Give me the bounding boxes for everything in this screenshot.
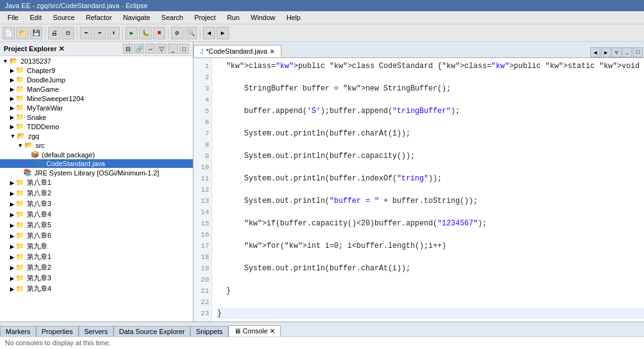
tb-btn-5[interactable]: ⬆: [107, 27, 120, 39]
tree-item-JRE-System-Library-[OSGi/Minimum-1.2][interactable]: ▶📚JRE System Library [OSGi/Minimum-1.2]: [0, 168, 193, 177]
tree-label: 第九章4: [27, 284, 51, 293]
tree-item-第八章3[interactable]: ▶📁第八章3: [0, 199, 193, 209]
run-button[interactable]: ▶: [125, 27, 138, 39]
code-line-20: [217, 274, 644, 285]
tree-item-第八章2[interactable]: ▶📁第八章2: [0, 188, 193, 199]
pe-sync-btn[interactable]: ↔: [145, 44, 155, 54]
bottom-panel: Markers Properties Servers Data Source E…: [0, 322, 644, 349]
tree-item-20135237[interactable]: ▼📂20135237: [0, 56, 193, 66]
tab-servers[interactable]: Servers: [79, 326, 114, 337]
tree-item-第九章3[interactable]: ▶📁第九章3: [0, 273, 193, 283]
pe-max-btn[interactable]: □: [179, 44, 189, 54]
line-num-6: 6: [198, 117, 209, 128]
tree-item-第八章5[interactable]: ▶📁第八章5: [0, 220, 193, 230]
debug-button[interactable]: 🐛: [139, 27, 152, 39]
tree-icon: 📁: [16, 263, 24, 272]
tree-item-第八章6[interactable]: ▶📁第八章6: [0, 230, 193, 241]
tree-item-第八章1[interactable]: ▶📁第八章1: [0, 177, 193, 188]
tb-btn-8[interactable]: ◀: [203, 27, 215, 39]
pe-link-btn[interactable]: 🔗: [134, 44, 144, 54]
code-line-3: StringBuffer buffer = "kw">new StringBuf…: [217, 83, 644, 94]
menu-help[interactable]: Help: [281, 12, 306, 22]
tree-item-(default-package)[interactable]: ▶📦(default package): [0, 150, 193, 159]
tree-icon: 📁: [16, 221, 24, 229]
tab-scroll-left[interactable]: ◀: [590, 47, 600, 57]
pe-min-btn[interactable]: _: [168, 44, 178, 54]
tree-item-MineSweeper1204[interactable]: ▶📁MineSweeper1204: [0, 94, 193, 103]
tb-sep-2: [77, 27, 77, 39]
tree-icon: 📁: [16, 76, 24, 84]
pe-menu-btn[interactable]: ▽: [157, 44, 167, 54]
pe-collapse-btn[interactable]: ⊟: [123, 44, 133, 54]
tree-item-第九章1[interactable]: ▶📁第九章1: [0, 252, 193, 262]
tree-icon: 📁: [16, 242, 24, 250]
editor-min[interactable]: _: [622, 47, 632, 57]
menu-refactor[interactable]: Refactor: [81, 12, 117, 22]
menu-window[interactable]: Window: [246, 12, 280, 22]
tb-btn-9[interactable]: ▶: [217, 27, 229, 39]
menu-source[interactable]: Source: [48, 12, 80, 22]
tree-item-CodeStandard.java[interactable]: ▶JCodeStandard.java: [0, 159, 193, 168]
tree-label: TDDDemo: [27, 123, 59, 130]
code-line-9: System.out.println(buffer.capacity());: [217, 150, 644, 162]
tb-btn-7[interactable]: 🔍: [185, 27, 197, 39]
tree-item-第八章4[interactable]: ▶📁第八章4: [0, 209, 193, 220]
tab-console[interactable]: 🖥 Console ✕: [228, 325, 281, 337]
open-button[interactable]: 📂: [16, 27, 29, 39]
tree-label: 第九章: [27, 242, 47, 251]
tree-item-MyTankWar[interactable]: ▶📁MyTankWar: [0, 103, 193, 112]
code-line-15: "kw">if(buffer.capacity()<20)buffer.appe…: [217, 218, 644, 229]
tb-btn-4[interactable]: ➡: [94, 27, 106, 39]
tab-snippets[interactable]: Snippets: [190, 326, 228, 337]
tree-item-zgq[interactable]: ▼📂zgq: [0, 131, 193, 140]
work-area: Project Explorer ✕ ⊟ 🔗 ↔ ▽ _ □ ▼📂2013523…: [0, 42, 644, 322]
tree-label: 第八章1: [27, 178, 51, 187]
tree-item-src[interactable]: ▼📂src: [0, 140, 193, 150]
tree-item-ManGame[interactable]: ▶📁ManGame: [0, 84, 193, 94]
tree-icon: 📁: [16, 285, 24, 293]
tree-item-TDDDemo[interactable]: ▶📁TDDDemo: [0, 122, 193, 131]
editor-max[interactable]: □: [633, 47, 643, 57]
bottom-tabs: Markers Properties Servers Data Source E…: [0, 322, 644, 337]
code-editor[interactable]: 1234567891011121314151617181920212223 "k…: [193, 58, 644, 322]
tb-btn-3[interactable]: ⬅: [80, 27, 92, 39]
line-numbers: 1234567891011121314151617181920212223: [193, 58, 212, 322]
code-line-23: }: [217, 308, 644, 319]
menu-file[interactable]: File: [2, 12, 24, 22]
tree-item-Snake[interactable]: ▶📁Snake: [0, 112, 193, 122]
tab-scroll-right[interactable]: ▶: [601, 47, 611, 57]
tab-datasource[interactable]: Data Source Explorer: [114, 326, 190, 337]
tb-btn-6[interactable]: ⚙: [171, 27, 183, 39]
stop-button[interactable]: ■: [153, 27, 165, 39]
line-num-23: 23: [198, 308, 209, 319]
code-lines[interactable]: "kw">class="kw">public "kw">class CodeSt…: [212, 58, 644, 322]
tab-properties[interactable]: Properties: [36, 326, 79, 337]
menu-search[interactable]: Search: [157, 12, 188, 22]
tree-icon: 📁: [16, 104, 24, 112]
menu-edit[interactable]: Edit: [25, 12, 47, 22]
line-num-13: 13: [198, 195, 209, 207]
tree-item-DoodleJump[interactable]: ▶📁DoodleJump: [0, 75, 193, 84]
tree-item-第九章[interactable]: ▶📁第九章: [0, 241, 193, 252]
editor-tab-codestandard[interactable]: J *CodeStandard.java ✕: [193, 45, 281, 57]
tree-icon: 📂: [9, 57, 18, 65]
new-button[interactable]: 📄: [2, 27, 15, 39]
tab-close-icon[interactable]: ✕: [270, 48, 275, 55]
line-num-20: 20: [198, 274, 209, 285]
menu-navigate[interactable]: Navigate: [118, 12, 155, 22]
tab-menu[interactable]: ▽: [612, 47, 622, 57]
tab-markers[interactable]: Markers: [0, 326, 36, 337]
tree-icon: 📦: [31, 150, 39, 159]
menu-project[interactable]: Project: [189, 12, 220, 22]
save-button[interactable]: 💾: [30, 27, 42, 39]
menu-run[interactable]: Run: [222, 12, 245, 22]
tree-item-第九章4[interactable]: ▶📁第九章4: [0, 283, 193, 294]
tree-item-Chapter9[interactable]: ▶📁Chapter9: [0, 66, 193, 75]
tb-btn-2[interactable]: ⊟: [62, 27, 74, 39]
tree-label: Chapter9: [27, 67, 55, 74]
print-button[interactable]: 🖨: [48, 27, 61, 39]
tree-label: src: [36, 142, 45, 149]
line-num-1: 1: [198, 61, 209, 72]
tree-item-第九章2[interactable]: ▶📁第九章2: [0, 262, 193, 273]
pe-content[interactable]: ▼📂20135237▶📁Chapter9▶📁DoodleJump▶📁ManGam…: [0, 56, 193, 322]
